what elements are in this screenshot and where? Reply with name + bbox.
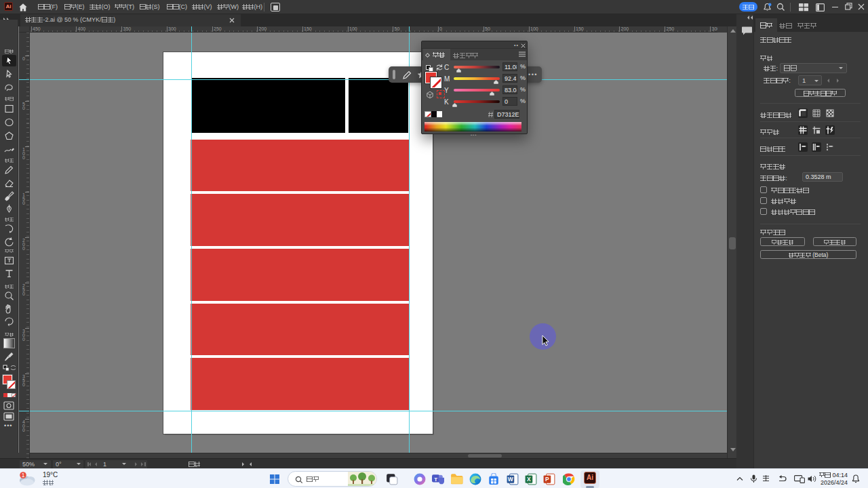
svg-text:T: T [434, 476, 437, 482]
svg-text:P: P [545, 476, 549, 483]
svg-text:W: W [508, 476, 513, 483]
svg-text:1: 1 [22, 472, 25, 479]
svg-text:X: X [527, 476, 531, 483]
